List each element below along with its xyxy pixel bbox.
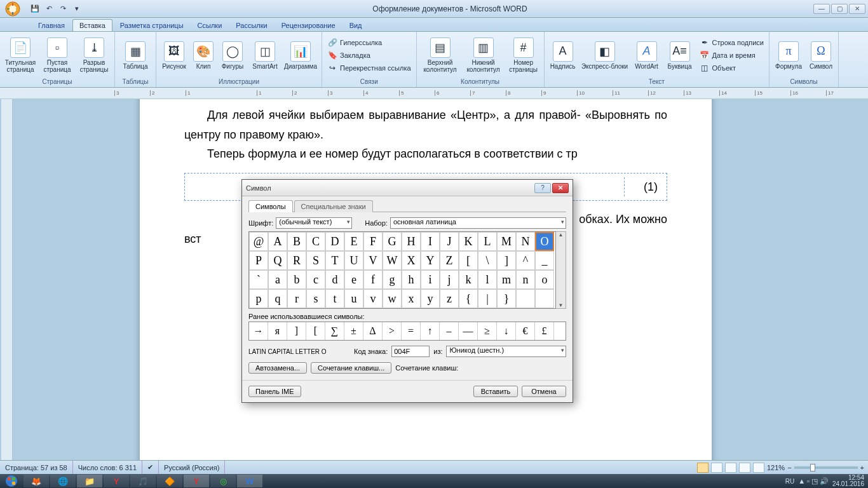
tab-references[interactable]: Ссылки [191,20,229,31]
redo-icon[interactable]: ↷ [57,3,69,15]
symbol-cell[interactable]: F [363,232,383,251]
recent-symbol-cell[interactable]: ≥ [478,322,497,340]
view-outline-button[interactable] [739,463,750,473]
tab-pagelayout[interactable]: Разметка страницы [114,20,190,31]
status-page[interactable]: Страница: 57 из 58 [0,461,73,474]
symbol-cell[interactable]: m [497,270,516,289]
symbol-cell[interactable]: e [344,270,363,289]
symbol-cell[interactable]: j [440,270,459,289]
recent-symbol-cell[interactable]: £ [535,322,554,340]
symbol-cell[interactable]: G [383,232,402,251]
table-button[interactable]: ▦Таблица [118,34,153,76]
cancel-button[interactable]: Отмена [522,386,566,397]
symbol-cell[interactable]: _ [535,251,554,270]
crossref-button[interactable]: ↪Перекрестная ссылка [325,62,414,74]
symbol-cell[interactable]: H [402,232,421,251]
save-icon[interactable]: 💾 [29,3,41,15]
subset-combo[interactable]: основная латиница [390,217,566,229]
footer-button[interactable]: ▥Нижний колонтитул [463,34,505,76]
recent-symbol-cell[interactable]: ↓ [497,322,516,340]
status-language[interactable]: Русский (Россия) [159,461,225,474]
zoom-in-icon[interactable]: + [860,464,864,471]
symbol-cell[interactable]: w [383,289,402,308]
view-fullscreen-button[interactable] [711,463,722,473]
symbol-cell[interactable] [535,289,554,308]
symbol-cell[interactable]: ^ [516,251,535,270]
view-web-button[interactable] [725,463,736,473]
tray-net-icon[interactable]: ◳ [811,477,818,485]
tab-review[interactable]: Рецензирование [275,20,342,31]
object-button[interactable]: ◫Объект [697,62,766,74]
zoom-thumb[interactable] [810,464,815,471]
symbol-cell[interactable]: X [402,251,421,270]
code-input[interactable]: 004F [391,346,430,357]
symbol-cell[interactable]: P [249,251,268,270]
dialog-titlebar[interactable]: Символ ? ✕ [242,180,573,196]
tab-symbols[interactable]: Символы [248,200,293,212]
dialog-close-button[interactable]: ✕ [552,183,569,193]
scroll-up-icon[interactable]: ▲ [559,232,564,238]
equation-button[interactable]: πФормула [772,34,805,76]
close-button[interactable]: ✕ [849,4,865,14]
recent-symbol-cell[interactable]: = [402,322,421,340]
symbol-cell[interactable]: u [344,289,363,308]
font-combo[interactable]: (обычный текст) [276,217,352,229]
horizontal-ruler[interactable]: 3 2 1 1 2 3 4 5 6 7 8 9 10 11 12 13 14 1… [0,88,868,99]
view-printlayout-button[interactable] [697,463,709,473]
symbol-cell[interactable]: l [478,270,497,289]
view-draft-button[interactable] [753,463,764,473]
symbol-cell[interactable]: L [478,232,497,251]
taskbar-yandex[interactable]: Y [104,475,129,487]
header-button[interactable]: ▤Верхний колонтитул [419,34,461,76]
symbol-cell[interactable]: a [268,270,287,289]
wordart-button[interactable]: AWordArt [631,34,663,76]
taskbar-ie[interactable]: 🌐 [50,475,76,487]
symbol-cell[interactable]: o [535,270,554,289]
start-button[interactable] [0,474,23,488]
symbol-cell[interactable]: @ [249,232,268,251]
symbol-cell[interactable]: d [325,270,344,289]
quickparts-button[interactable]: ◧Экспресс-блоки [580,34,630,76]
symbol-cell[interactable]: E [344,232,363,251]
symbol-cell[interactable]: I [421,232,440,251]
symbol-cell[interactable]: V [363,251,383,270]
undo-icon[interactable]: ↶ [43,3,55,15]
tab-home[interactable]: Главная [32,20,71,31]
sigline-button[interactable]: ✒Строка подписи [697,36,766,49]
tray-flag-icon[interactable]: ▫ [807,477,810,485]
symbol-cell[interactable]: ` [249,270,268,289]
symbol-cell[interactable]: s [306,289,325,308]
recent-symbol-cell[interactable]: — [459,322,478,340]
symbol-cell[interactable]: y [421,289,440,308]
status-proofing[interactable]: ✔ [142,461,159,474]
shapes-button[interactable]: ◯Фигуры [217,34,248,76]
symbol-cell[interactable]: C [306,232,325,251]
symbol-cell[interactable]: c [306,270,325,289]
symbol-cell[interactable]: n [516,270,535,289]
recent-symbol-cell[interactable]: ± [344,322,363,340]
symbol-cell[interactable] [516,289,535,308]
dropcap-button[interactable]: A≡Буквица [664,34,696,76]
tray-clock[interactable]: 12:54 24.01.2016 [832,475,864,487]
pagenum-button[interactable]: #Номер страницы [506,34,541,76]
minimize-button[interactable]: — [813,4,830,14]
tab-insert[interactable]: Вставка [72,19,112,31]
symbol-cell[interactable]: U [344,251,363,270]
maximize-button[interactable]: ▢ [831,4,848,14]
symbol-cell[interactable]: S [306,251,325,270]
tab-view[interactable]: Вид [343,20,369,31]
symbol-cell[interactable]: x [402,289,421,308]
office-button[interactable] [0,0,25,18]
symbol-cell[interactable]: f [363,270,383,289]
symbol-cell[interactable]: T [325,251,344,270]
symbol-cell[interactable]: t [325,289,344,308]
dialog-help-button[interactable]: ? [534,183,551,193]
symbol-cell[interactable]: k [459,270,478,289]
picture-button[interactable]: 🖼Рисунок [159,34,189,76]
symbol-cell[interactable]: } [497,289,516,308]
symbol-cell[interactable]: Z [440,251,459,270]
qat-dropdown-icon[interactable]: ▾ [71,3,83,15]
symbol-cell[interactable]: A [268,232,287,251]
page-break-button[interactable]: ⤓Разрыв страницы [76,34,112,76]
taskbar-media[interactable]: 🎵 [130,475,156,487]
